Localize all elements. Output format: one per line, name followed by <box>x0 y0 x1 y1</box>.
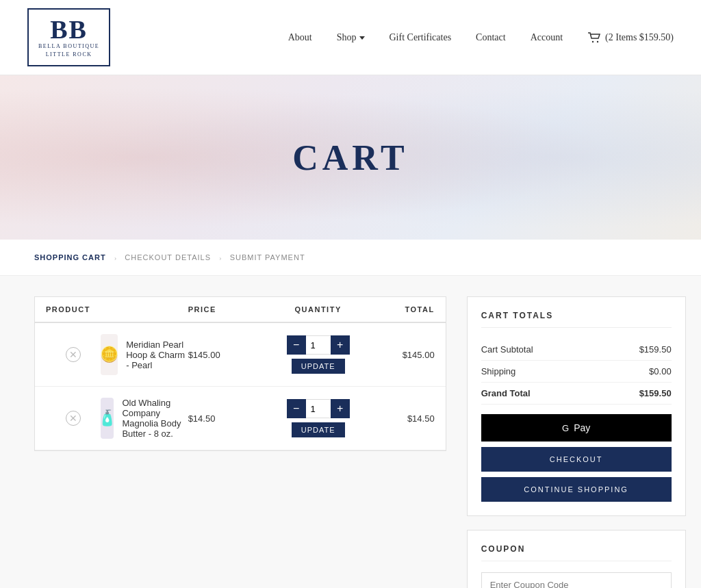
remove-item-2-button[interactable]: ✕ <box>46 411 101 426</box>
qty-increase-1[interactable]: + <box>331 335 350 355</box>
product-cell-1: 🪙 Meridian Pearl Hoop & Charm - Pearl <box>101 334 188 375</box>
product-name-1: Meridian Pearl Hoop & Charm - Pearl <box>126 340 188 370</box>
nav-contact[interactable]: Contact <box>476 32 506 43</box>
gpay-label: Pay <box>574 422 590 433</box>
subtotal-row: Cart Subtotal $159.50 <box>481 339 672 361</box>
grand-label: Grand Total <box>481 388 531 398</box>
shipping-row: Shipping $0.00 <box>481 361 672 383</box>
nav-about[interactable]: About <box>288 32 312 43</box>
logo-letters: BB <box>50 16 88 42</box>
update-button-2[interactable]: UPDATE <box>292 422 345 437</box>
grand-total-row: Grand Total $159.50 <box>481 383 672 405</box>
table-row: ✕ 🧴 Old Whaling Company Magnolia Body Bu… <box>35 387 446 450</box>
breadcrumb-arrow-2: › <box>219 253 222 261</box>
product-total-2: $14.50 <box>366 413 435 424</box>
product-name-2: Old Whaling Company Magnolia Body Butter… <box>122 398 188 439</box>
quantity-cell-2: − + UPDATE <box>270 399 366 437</box>
gpay-button[interactable]: G Pay <box>481 414 672 442</box>
shipping-label: Shipping <box>481 366 516 376</box>
cart-sidebar: CART TOTALS Cart Subtotal $159.50 Shippi… <box>467 296 686 588</box>
continue-shopping-button[interactable]: CONTINUE SHOPPING <box>481 477 672 502</box>
site-header: BB BELLA BOUTIQUE LITTLE ROCK About Shop… <box>0 0 701 75</box>
cart-totals-title: CART TOTALS <box>481 311 672 328</box>
qty-input-2[interactable] <box>306 399 331 418</box>
svg-point-0 <box>592 40 594 42</box>
subtotal-value: $159.50 <box>639 344 672 355</box>
quantity-cell-1: − + UPDATE <box>270 335 366 374</box>
breadcrumb-step3[interactable]: SUBMIT PAYMENT <box>230 253 305 261</box>
checkout-button[interactable]: CHECKOUT <box>481 447 672 472</box>
qty-input-1[interactable] <box>306 335 331 355</box>
coupon-input[interactable] <box>481 572 672 588</box>
gpay-g: G <box>562 423 570 433</box>
table-row: ✕ 🪙 Meridian Pearl Hoop & Charm - Pearl … <box>35 323 446 387</box>
cart-icon <box>587 32 601 43</box>
col-price-header: PRICE <box>188 305 270 314</box>
update-button-1[interactable]: UPDATE <box>292 359 345 374</box>
product-img-earring-icon: 🪙 <box>101 346 118 363</box>
main-content: PRODUCT PRICE QUANTITY TOTAL ✕ 🪙 Meridia… <box>0 276 701 588</box>
product-image-2: 🧴 <box>101 398 114 439</box>
logo-line2: LITTLE ROCK <box>46 51 92 58</box>
breadcrumb-step2[interactable]: CHECKOUT DETAILS <box>125 253 211 261</box>
qty-decrease-2[interactable]: − <box>287 399 306 418</box>
col-qty-header: QUANTITY <box>270 305 366 314</box>
svg-point-1 <box>597 40 598 42</box>
coupon-section: COUPON APPLY COUPON <box>467 530 686 588</box>
subtotal-label: Cart Subtotal <box>481 344 533 355</box>
breadcrumb-arrow-1: › <box>114 253 117 261</box>
chevron-down-icon <box>359 36 365 40</box>
nav-shop-label: Shop <box>337 32 357 43</box>
remove-icon: ✕ <box>66 347 81 362</box>
cart-totals-section: CART TOTALS Cart Subtotal $159.50 Shippi… <box>467 296 686 516</box>
nav-shop[interactable]: Shop <box>337 32 365 43</box>
product-image-1: 🪙 <box>101 334 118 375</box>
product-price-1: $145.00 <box>188 350 270 360</box>
cart-button[interactable]: (2 Items $159.50) <box>587 32 674 43</box>
breadcrumb: SHOPPING CART › CHECKOUT DETAILS › SUBMI… <box>0 240 701 276</box>
qty-controls-1: − + <box>287 335 350 355</box>
breadcrumb-step1[interactable]: SHOPPING CART <box>34 253 106 261</box>
main-nav: About Shop Gift Certificates Contact Acc… <box>288 32 674 43</box>
col-product-header: PRODUCT <box>46 305 101 314</box>
cart-count-label: (2 Items $159.50) <box>605 32 674 43</box>
coupon-title: COUPON <box>481 544 672 561</box>
qty-increase-2[interactable]: + <box>331 399 350 418</box>
remove-icon: ✕ <box>66 411 81 426</box>
remove-item-1-button[interactable]: ✕ <box>46 347 101 362</box>
col-total-header: TOTAL <box>366 305 435 314</box>
hero-banner: CART <box>0 75 701 240</box>
product-price-2: $14.50 <box>188 413 270 424</box>
logo-line1: BELLA BOUTIQUE <box>38 42 99 50</box>
logo[interactable]: BB BELLA BOUTIQUE LITTLE ROCK <box>27 8 110 66</box>
grand-value: $159.50 <box>639 388 672 398</box>
qty-controls-2: − + <box>287 399 350 418</box>
nav-account[interactable]: Account <box>531 32 563 43</box>
product-total-1: $145.00 <box>366 350 435 360</box>
cart-table-header: PRODUCT PRICE QUANTITY TOTAL <box>35 297 446 323</box>
col-name-header <box>101 305 188 314</box>
qty-decrease-1[interactable]: − <box>287 335 306 355</box>
product-img-body-icon: 🧴 <box>101 409 114 427</box>
hero-title: CART <box>292 138 409 178</box>
product-cell-2: 🧴 Old Whaling Company Magnolia Body Butt… <box>101 398 188 439</box>
shipping-value: $0.00 <box>649 366 672 376</box>
cart-table: PRODUCT PRICE QUANTITY TOTAL ✕ 🪙 Meridia… <box>34 296 446 451</box>
nav-gift-certificates[interactable]: Gift Certificates <box>390 32 452 43</box>
